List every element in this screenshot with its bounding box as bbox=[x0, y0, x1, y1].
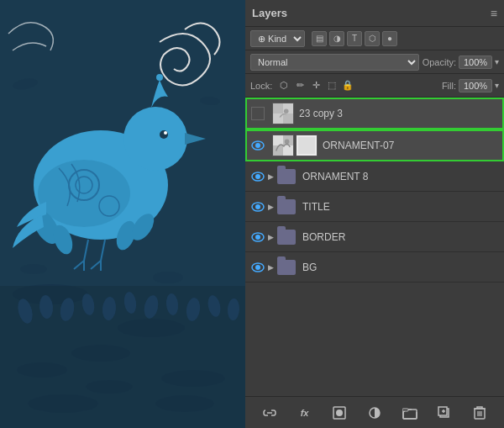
mode-bar: Normal Multiply Screen Opacity: 100% ▾ bbox=[245, 50, 504, 74]
layers-list: 23 copy 3 bbox=[245, 98, 504, 396]
lock-transparent-btn[interactable]: ⬡ bbox=[277, 79, 291, 92]
lock-bar: Lock: ⬡ ✏ ✛ ⬚ 🔒 Fill: 100% ▾ bbox=[245, 74, 504, 98]
layer-name: TITLE bbox=[302, 201, 499, 213]
new-layer-btn[interactable] bbox=[435, 404, 454, 422]
svg-point-13 bbox=[160, 130, 168, 139]
lock-label: Lock: bbox=[250, 81, 272, 91]
svg-point-61 bbox=[255, 204, 260, 209]
layer-name: ORNAMENT 8 bbox=[302, 171, 499, 182]
layer-expand-btn[interactable]: ▶ bbox=[265, 171, 276, 182]
svg-point-31 bbox=[153, 272, 183, 283]
svg-rect-57 bbox=[298, 136, 315, 153]
folder-icon bbox=[276, 256, 297, 278]
svg-rect-51 bbox=[273, 135, 283, 145]
filter-pixel-btn[interactable]: ▤ bbox=[312, 31, 327, 46]
fill-chevron[interactable]: ▾ bbox=[495, 81, 499, 90]
folder-icon bbox=[276, 166, 297, 188]
opacity-value[interactable]: 100% bbox=[459, 55, 492, 69]
layer-item[interactable]: ORNAMENT-07 bbox=[245, 129, 504, 161]
layer-name: ORNAMENT-07 bbox=[323, 140, 499, 151]
svg-point-15 bbox=[156, 74, 163, 81]
layer-expand bbox=[265, 108, 272, 119]
fill-value[interactable]: 100% bbox=[459, 79, 492, 92]
filter-dropdown[interactable]: ⊕ Kind Name Effect bbox=[250, 30, 305, 47]
panel-menu-icon[interactable]: ≡ bbox=[491, 7, 497, 20]
layers-panel: Layers ≡ ⊕ Kind Name Effect ▤ ◑ T ⬡ ● No… bbox=[245, 0, 504, 428]
svg-point-55 bbox=[285, 139, 290, 144]
fill-group: Fill: 100% ▾ bbox=[442, 79, 499, 92]
canvas-area bbox=[0, 0, 245, 428]
layer-item[interactable]: ▶ TITLE bbox=[245, 192, 504, 222]
visibility-checkbox[interactable] bbox=[251, 107, 265, 120]
svg-point-48 bbox=[284, 108, 289, 114]
svg-point-59 bbox=[255, 174, 260, 179]
layer-thumbnail-main bbox=[296, 135, 318, 156]
layer-thumb-group bbox=[276, 166, 297, 188]
folder-icon bbox=[276, 226, 297, 248]
panel-header: Layers ≡ bbox=[245, 0, 504, 27]
svg-rect-70 bbox=[402, 409, 408, 411]
filter-icons: ▤ ◑ T ⬡ ● bbox=[312, 31, 397, 46]
lock-all-btn[interactable]: 🔒 bbox=[341, 79, 354, 92]
opacity-group: Opacity: 100% ▾ bbox=[423, 55, 499, 69]
layer-expand-btn[interactable]: ▶ bbox=[265, 201, 276, 213]
visibility-toggle[interactable] bbox=[250, 199, 265, 214]
layer-expand bbox=[265, 140, 272, 151]
layer-thumb-group bbox=[276, 196, 297, 218]
folder-icon bbox=[276, 196, 297, 218]
layer-name: BORDER bbox=[302, 231, 499, 243]
lock-pixels-btn[interactable]: ✏ bbox=[293, 79, 307, 92]
visibility-toggle[interactable] bbox=[250, 230, 265, 245]
filter-type-btn[interactable]: T bbox=[347, 31, 362, 46]
new-adjustment-btn[interactable] bbox=[365, 404, 384, 422]
layer-name: 23 copy 3 bbox=[299, 108, 499, 119]
opacity-label: Opacity: bbox=[423, 57, 456, 67]
visibility-toggle[interactable] bbox=[250, 260, 265, 275]
svg-point-32 bbox=[20, 264, 47, 274]
layer-item[interactable]: ▶ BG bbox=[245, 252, 504, 283]
filter-shape-btn[interactable]: ⬡ bbox=[365, 31, 380, 46]
layer-thumb-group bbox=[272, 103, 294, 124]
svg-point-50 bbox=[255, 143, 260, 148]
link-layers-btn[interactable] bbox=[260, 404, 279, 422]
visibility-toggle[interactable] bbox=[250, 106, 265, 121]
layer-item[interactable]: 23 copy 3 bbox=[245, 98, 504, 129]
delete-layer-btn[interactable] bbox=[470, 404, 489, 422]
layer-thumbnail bbox=[272, 103, 294, 124]
layer-item[interactable]: ▶ BORDER bbox=[245, 222, 504, 252]
lock-artboard-btn[interactable]: ⬚ bbox=[325, 79, 339, 92]
opacity-chevron[interactable]: ▾ bbox=[495, 57, 499, 66]
lock-icons: ⬡ ✏ ✛ ⬚ 🔒 bbox=[277, 79, 354, 92]
layer-thumb-group bbox=[276, 226, 297, 248]
filter-smart-btn[interactable]: ● bbox=[382, 31, 397, 46]
svg-point-14 bbox=[164, 131, 167, 135]
layer-thumbnail-mask bbox=[272, 135, 294, 156]
fill-label: Fill: bbox=[442, 81, 456, 91]
svg-point-65 bbox=[255, 265, 260, 270]
panel-footer: fx bbox=[245, 396, 504, 428]
blend-mode-dropdown[interactable]: Normal Multiply Screen bbox=[250, 54, 419, 71]
visibility-toggle[interactable] bbox=[250, 138, 265, 153]
svg-point-11 bbox=[123, 107, 187, 171]
svg-rect-54 bbox=[283, 145, 293, 156]
visibility-toggle[interactable] bbox=[250, 169, 265, 184]
svg-rect-46 bbox=[273, 103, 283, 114]
panel-title: Layers bbox=[252, 7, 287, 19]
filter-bar: ⊕ Kind Name Effect ▤ ◑ T ⬡ ● bbox=[245, 27, 504, 50]
layer-expand-btn[interactable]: ▶ bbox=[265, 262, 276, 273]
layer-thumb-group bbox=[276, 256, 297, 278]
layer-name: BG bbox=[302, 262, 499, 273]
new-group-btn[interactable] bbox=[401, 404, 419, 422]
filter-adjust-btn[interactable]: ◑ bbox=[329, 31, 344, 46]
add-mask-btn[interactable] bbox=[330, 404, 349, 422]
svg-point-63 bbox=[255, 235, 260, 240]
layer-expand-btn[interactable]: ▶ bbox=[265, 231, 276, 243]
layer-item[interactable]: ▶ ORNAMENT 8 bbox=[245, 161, 504, 192]
layer-styles-btn[interactable]: fx bbox=[296, 404, 314, 422]
layer-thumb-group bbox=[272, 135, 318, 156]
svg-point-67 bbox=[336, 410, 343, 416]
svg-rect-47 bbox=[283, 114, 293, 124]
lock-position-btn[interactable]: ✛ bbox=[309, 79, 323, 92]
